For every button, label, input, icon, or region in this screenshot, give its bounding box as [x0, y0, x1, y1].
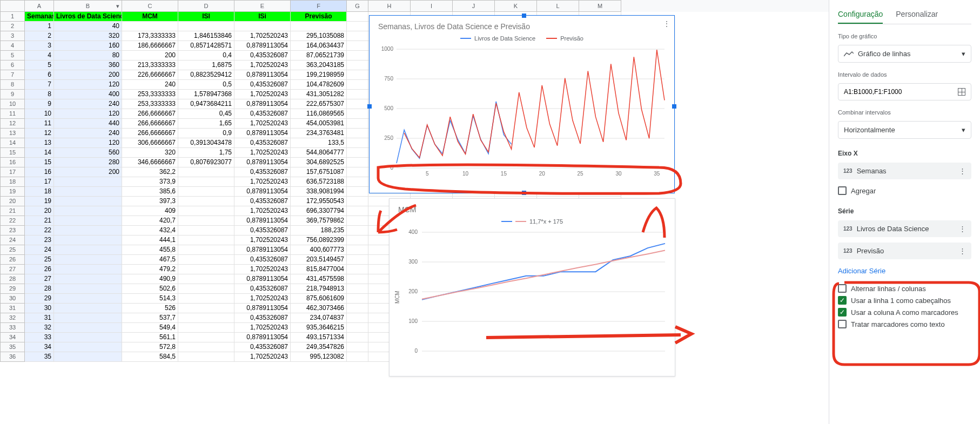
cell[interactable]: 6 [25, 70, 54, 80]
row-header[interactable]: 29 [0, 284, 25, 294]
cell[interactable]: 875,6061609 [291, 294, 347, 304]
cell[interactable]: 29 [25, 294, 54, 304]
cell[interactable]: 9 [25, 99, 54, 109]
cell[interactable] [347, 41, 368, 51]
cell[interactable] [54, 333, 122, 342]
cell[interactable]: 0,9473684211 [178, 99, 234, 109]
cell[interactable]: 0,3913043478 [178, 138, 234, 148]
cell[interactable] [347, 158, 368, 167]
cell[interactable]: 133,5 [291, 138, 347, 148]
cell[interactable] [178, 284, 234, 294]
cell[interactable] [54, 197, 122, 206]
cell[interactable]: 5 [25, 60, 54, 70]
cell[interactable]: 467,5 [122, 255, 178, 265]
cell[interactable] [178, 255, 234, 265]
cell[interactable] [347, 226, 368, 235]
tab-setup[interactable]: Configuração [838, 5, 883, 24]
cell[interactable] [291, 22, 347, 31]
cell[interactable] [347, 80, 368, 90]
cell[interactable] [347, 274, 368, 284]
row-header[interactable]: 15 [0, 148, 25, 158]
cell[interactable]: 0,435326087 [234, 226, 291, 235]
header-cell[interactable]: Livros de Data Science [54, 12, 122, 22]
cell[interactable]: 490,9 [122, 274, 178, 284]
cell[interactable]: 14 [25, 148, 54, 158]
cell[interactable] [54, 284, 122, 294]
cell[interactable]: 22 [25, 226, 54, 235]
cell[interactable] [54, 265, 122, 274]
cell[interactable]: 2 [25, 31, 54, 41]
col-header-L[interactable]: L [537, 0, 579, 12]
cell[interactable] [54, 177, 122, 187]
cell[interactable]: 234,3763481 [291, 129, 347, 138]
cell[interactable] [234, 22, 291, 31]
cell[interactable]: 7 [25, 80, 54, 90]
cell[interactable] [347, 90, 368, 99]
cell[interactable]: 120 [54, 80, 122, 90]
col-header-M[interactable]: M [579, 0, 621, 12]
cell[interactable]: 1,702520243 [234, 265, 291, 274]
cell[interactable] [347, 70, 368, 80]
row-header[interactable]: 7 [0, 70, 25, 80]
cell[interactable]: 444,1 [122, 235, 178, 245]
row-header[interactable]: 16 [0, 158, 25, 167]
cell[interactable]: 222,6575307 [291, 99, 347, 109]
cell[interactable]: 1,578947368 [178, 90, 234, 99]
row-header[interactable]: 22 [0, 216, 25, 226]
cell[interactable]: 0,8789113054 [234, 333, 291, 342]
cell[interactable]: 203,5149457 [291, 255, 347, 265]
cell[interactable]: 636,5723188 [291, 177, 347, 187]
cell[interactable] [347, 167, 368, 177]
cell[interactable] [178, 313, 234, 323]
cell[interactable] [347, 187, 368, 197]
cell[interactable] [347, 255, 368, 265]
cell[interactable]: 526 [122, 304, 178, 313]
chart-type-select[interactable]: Gráfico de linhas ▾ [838, 45, 971, 63]
cell[interactable]: 544,8064777 [291, 148, 347, 158]
cell[interactable]: 0,435326087 [234, 51, 291, 60]
cell[interactable]: 200 [122, 51, 178, 60]
cell[interactable]: 240 [54, 129, 122, 138]
cell[interactable]: 253,3333333 [122, 90, 178, 99]
cell[interactable]: 572,8 [122, 342, 178, 352]
cell[interactable]: 13 [25, 138, 54, 148]
use-colA-labels-checkbox[interactable]: ✓ [838, 308, 847, 317]
row-header[interactable]: 5 [0, 51, 25, 60]
cell[interactable]: 1,702520243 [234, 206, 291, 216]
cell[interactable] [178, 206, 234, 216]
cell[interactable]: 1,702520243 [234, 323, 291, 333]
row-header[interactable]: 11 [0, 109, 25, 119]
cell[interactable]: 0,435326087 [234, 255, 291, 265]
cell[interactable]: 266,6666667 [122, 129, 178, 138]
header-cell[interactable]: Semanas [25, 12, 54, 22]
cell[interactable]: 346,6666667 [122, 158, 178, 167]
cell[interactable]: 0,8789113054 [234, 274, 291, 284]
cell[interactable] [178, 265, 234, 274]
cell[interactable] [178, 187, 234, 197]
cell[interactable]: 493,1571334 [291, 333, 347, 342]
cell[interactable]: 226,6666667 [122, 70, 178, 80]
cell[interactable]: 28 [25, 284, 54, 294]
row-header[interactable]: 8 [0, 80, 25, 90]
cell[interactable]: 200 [54, 167, 122, 177]
cell[interactable] [178, 216, 234, 226]
cell[interactable]: 188,235 [291, 226, 347, 235]
cell[interactable]: 455,8 [122, 245, 178, 255]
cell[interactable]: 116,0869565 [291, 109, 347, 119]
cell[interactable]: 462,3073466 [291, 304, 347, 313]
col-header-A[interactable]: A [25, 0, 54, 12]
cell[interactable] [347, 294, 368, 304]
cell[interactable]: 16 [25, 167, 54, 177]
cell[interactable] [178, 304, 234, 313]
row-header[interactable]: 14 [0, 138, 25, 148]
cell[interactable] [347, 109, 368, 119]
cell[interactable]: 19 [25, 197, 54, 206]
col-header-G[interactable]: G [347, 0, 368, 12]
cell[interactable] [347, 119, 368, 129]
header-cell[interactable]: ISi [234, 12, 291, 22]
more-icon[interactable]: ⋮ [959, 167, 966, 175]
cell[interactable]: 320 [122, 148, 178, 158]
cell[interactable] [347, 60, 368, 70]
col-header-D[interactable]: D [178, 0, 234, 12]
cell[interactable]: 253,3333333 [122, 99, 178, 109]
